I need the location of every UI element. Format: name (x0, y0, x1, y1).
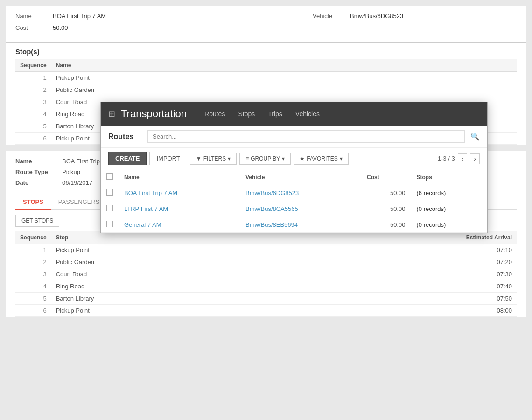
table-row: 1Pickup Point (15, 72, 517, 84)
name-label: Name (15, 13, 53, 20)
seq-cell: 1 (15, 244, 51, 256)
row-stops: (0 records) (411, 217, 487, 233)
star-icon: ★ (300, 155, 305, 162)
stop-name-cell: Pickup Point (51, 72, 517, 84)
favorites-chevron: ▾ (340, 155, 343, 162)
modal-nav: Routes Stops Trips Vehicles (198, 102, 326, 126)
col-vehicle-header: Vehicle (240, 169, 361, 185)
bottom-name-label: Name (15, 158, 62, 165)
nav-trips[interactable]: Trips (261, 102, 289, 126)
row-name[interactable]: General 7 AM (119, 217, 240, 233)
row-name[interactable]: LTRP First 7 AM (119, 201, 240, 217)
transportation-modal: ⊞ Transportation Routes Stops Trips Vehi… (100, 102, 488, 233)
table-row: 2 Public Garden 07:20 (15, 256, 517, 268)
table-row: 5 Barton Library 07:50 (15, 293, 517, 305)
row-vehicle[interactable]: Bmw/Bus/8CA5565 (240, 201, 361, 217)
nav-stops[interactable]: Stops (231, 102, 261, 126)
arrival-cell: 07:30 (267, 268, 517, 280)
table-row: 3 Court Road 07:30 (15, 268, 517, 280)
get-stops-button[interactable]: GET STOPS (15, 215, 59, 227)
top-cost-row: Cost 50.00 (15, 24, 517, 31)
filters-label: FILTERS (203, 155, 226, 162)
modal-section-title: Routes (108, 133, 136, 141)
top-name-row: Name BOA First Trip 7 AM Vehicle Bmw/Bus… (15, 13, 517, 20)
stop-cell: Ring Road (51, 280, 267, 293)
groupby-icon: ≡ (245, 155, 249, 162)
top-panel: Name BOA First Trip 7 AM Vehicle Bmw/Bus… (6, 6, 526, 43)
name-value: BOA First Trip 7 AM (53, 13, 106, 20)
modal-actions: CREATE IMPORT ▼ FILTERS ▾ ≡ GROUP BY ▾ ★… (101, 148, 487, 169)
row-checkbox (101, 217, 119, 233)
stop-name-cell: Public Garden (51, 84, 517, 96)
col-checkbox-header (101, 169, 119, 185)
nav-vehicles[interactable]: Vehicles (289, 102, 326, 126)
cost-group: Cost 50.00 (15, 24, 517, 31)
stop-cell: Barton Library (51, 293, 267, 305)
cost-value: 50.00 (53, 24, 68, 31)
stops-section-title: Stop(s) (15, 48, 517, 56)
col-cost-header: Cost (361, 169, 411, 185)
nav-routes[interactable]: Routes (198, 102, 231, 126)
row-cost: 50.00 (361, 201, 411, 217)
routes-table: Name Vehicle Cost Stops BOA First Trip 7… (101, 169, 487, 233)
row-checkbox (101, 185, 119, 201)
table-row: 4 Ring Road 07:40 (15, 280, 517, 293)
col-sequence-header: Sequence (15, 59, 51, 72)
import-button[interactable]: IMPORT (149, 152, 187, 165)
row-name[interactable]: BOA First Trip 7 AM (119, 185, 240, 201)
modal-header: ⊞ Transportation Routes Stops Trips Vehi… (101, 102, 487, 126)
tab-stops[interactable]: STOPS (15, 195, 51, 210)
seq-cell: 5 (15, 293, 51, 305)
vehicle-value: Bmw/Bus/6DG8523 (350, 13, 403, 20)
filter-icon: ▼ (196, 155, 202, 162)
row-cost: 50.00 (361, 217, 411, 233)
seq-cell: 4 (15, 280, 51, 293)
seq-cell: 1 (15, 72, 51, 84)
stop-cell: Pickup Point (51, 244, 267, 256)
col-name-header: Name (119, 169, 240, 185)
modal-toolbar: Routes 🔍 (101, 126, 487, 148)
arrival-cell: 07:50 (267, 293, 517, 305)
row-cost: 50.00 (361, 185, 411, 201)
filters-button[interactable]: ▼ FILTERS ▾ (190, 153, 237, 165)
search-input[interactable] (147, 130, 465, 143)
tab-passengers[interactable]: PASSENGERS (51, 195, 107, 210)
seq-cell: 5 (15, 120, 51, 133)
arrival-cell: 08:00 (267, 305, 517, 317)
table-row: 2Public Garden (15, 84, 517, 96)
bottom-routetype-value: Pickup (62, 168, 80, 175)
bottom-col-sequence: Sequence (15, 231, 51, 244)
group-by-button[interactable]: ≡ GROUP BY ▾ (239, 153, 291, 165)
row-vehicle[interactable]: Bmw/Bus/6DG8523 (240, 185, 361, 201)
row-checkbox (101, 201, 119, 217)
bottom-routetype-label: Route Type (15, 168, 62, 175)
bottom-date-label: Date (15, 179, 62, 186)
col-name-header: Name (51, 59, 517, 72)
select-all-checkbox[interactable] (106, 173, 113, 180)
pagination-info: 1-3 / 3 ‹ › (438, 153, 480, 164)
favorites-button[interactable]: ★ FAVORITES ▾ (294, 153, 348, 165)
favorites-label: FAVORITES (307, 155, 337, 162)
next-page-button[interactable]: › (470, 153, 480, 164)
row-vehicle[interactable]: Bmw/Bus/8EB5694 (240, 217, 361, 233)
vehicle-group: Vehicle Bmw/Bus/6DG8523 (313, 13, 517, 20)
arrival-cell: 07:10 (267, 244, 517, 256)
row-stops: (6 records) (411, 185, 487, 201)
table-row: BOA First Trip 7 AM Bmw/Bus/6DG8523 50.0… (101, 185, 487, 201)
table-row: General 7 AM Bmw/Bus/8EB5694 50.00 (0 re… (101, 217, 487, 233)
arrival-cell: 07:20 (267, 256, 517, 268)
grid-icon[interactable]: ⊞ (108, 109, 115, 119)
stop-cell: Court Road (51, 268, 267, 280)
prev-page-button[interactable]: ‹ (458, 153, 468, 164)
groupby-chevron: ▾ (282, 155, 285, 162)
create-button[interactable]: CREATE (108, 152, 147, 165)
groupby-label: GROUP BY (251, 155, 280, 162)
table-row: LTRP First 7 AM Bmw/Bus/8CA5565 50.00 (0… (101, 201, 487, 217)
bottom-stops-table: Sequence Stop Estimated Arrival 1 Pickup… (15, 231, 517, 317)
bottom-date-value: 06/19/2017 (62, 179, 92, 186)
seq-cell: 3 (15, 96, 51, 108)
seq-cell: 6 (15, 133, 51, 145)
name-group: Name BOA First Trip 7 AM (15, 13, 219, 20)
vehicle-label: Vehicle (313, 13, 350, 20)
seq-cell: 2 (15, 256, 51, 268)
